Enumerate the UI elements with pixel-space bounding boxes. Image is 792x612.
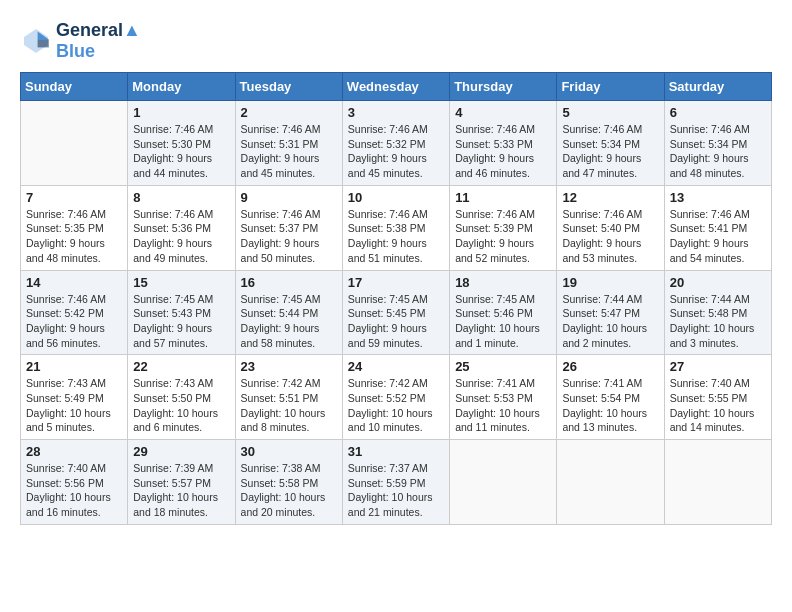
day-number: 20 xyxy=(670,275,766,290)
day-info: Sunrise: 7:43 AM Sunset: 5:50 PM Dayligh… xyxy=(133,376,229,435)
day-info: Sunrise: 7:46 AM Sunset: 5:31 PM Dayligh… xyxy=(241,122,337,181)
day-info: Sunrise: 7:41 AM Sunset: 5:53 PM Dayligh… xyxy=(455,376,551,435)
day-number: 12 xyxy=(562,190,658,205)
day-info: Sunrise: 7:46 AM Sunset: 5:38 PM Dayligh… xyxy=(348,207,444,266)
calendar-cell: 30Sunrise: 7:38 AM Sunset: 5:58 PM Dayli… xyxy=(235,440,342,525)
day-info: Sunrise: 7:45 AM Sunset: 5:43 PM Dayligh… xyxy=(133,292,229,351)
day-number: 19 xyxy=(562,275,658,290)
calendar-cell: 13Sunrise: 7:46 AM Sunset: 5:41 PM Dayli… xyxy=(664,185,771,270)
calendar-cell: 1Sunrise: 7:46 AM Sunset: 5:30 PM Daylig… xyxy=(128,101,235,186)
day-info: Sunrise: 7:42 AM Sunset: 5:51 PM Dayligh… xyxy=(241,376,337,435)
day-number: 5 xyxy=(562,105,658,120)
day-info: Sunrise: 7:46 AM Sunset: 5:41 PM Dayligh… xyxy=(670,207,766,266)
calendar-week-row: 7Sunrise: 7:46 AM Sunset: 5:35 PM Daylig… xyxy=(21,185,772,270)
day-number: 25 xyxy=(455,359,551,374)
calendar-cell: 25Sunrise: 7:41 AM Sunset: 5:53 PM Dayli… xyxy=(450,355,557,440)
day-number: 3 xyxy=(348,105,444,120)
day-number: 23 xyxy=(241,359,337,374)
calendar-cell: 10Sunrise: 7:46 AM Sunset: 5:38 PM Dayli… xyxy=(342,185,449,270)
calendar-cell: 22Sunrise: 7:43 AM Sunset: 5:50 PM Dayli… xyxy=(128,355,235,440)
day-info: Sunrise: 7:39 AM Sunset: 5:57 PM Dayligh… xyxy=(133,461,229,520)
day-info: Sunrise: 7:44 AM Sunset: 5:48 PM Dayligh… xyxy=(670,292,766,351)
day-number: 30 xyxy=(241,444,337,459)
day-number: 28 xyxy=(26,444,122,459)
calendar-week-row: 1Sunrise: 7:46 AM Sunset: 5:30 PM Daylig… xyxy=(21,101,772,186)
day-info: Sunrise: 7:45 AM Sunset: 5:46 PM Dayligh… xyxy=(455,292,551,351)
calendar-cell: 17Sunrise: 7:45 AM Sunset: 5:45 PM Dayli… xyxy=(342,270,449,355)
weekday-header-wednesday: Wednesday xyxy=(342,73,449,101)
day-number: 29 xyxy=(133,444,229,459)
calendar-cell: 3Sunrise: 7:46 AM Sunset: 5:32 PM Daylig… xyxy=(342,101,449,186)
calendar-cell: 27Sunrise: 7:40 AM Sunset: 5:55 PM Dayli… xyxy=(664,355,771,440)
day-info: Sunrise: 7:46 AM Sunset: 5:34 PM Dayligh… xyxy=(562,122,658,181)
day-number: 8 xyxy=(133,190,229,205)
day-info: Sunrise: 7:46 AM Sunset: 5:37 PM Dayligh… xyxy=(241,207,337,266)
day-number: 6 xyxy=(670,105,766,120)
calendar-cell: 16Sunrise: 7:45 AM Sunset: 5:44 PM Dayli… xyxy=(235,270,342,355)
calendar-cell: 12Sunrise: 7:46 AM Sunset: 5:40 PM Dayli… xyxy=(557,185,664,270)
calendar-cell: 11Sunrise: 7:46 AM Sunset: 5:39 PM Dayli… xyxy=(450,185,557,270)
weekday-header-sunday: Sunday xyxy=(21,73,128,101)
calendar-cell: 6Sunrise: 7:46 AM Sunset: 5:34 PM Daylig… xyxy=(664,101,771,186)
calendar-cell xyxy=(664,440,771,525)
calendar-cell xyxy=(557,440,664,525)
calendar-cell: 8Sunrise: 7:46 AM Sunset: 5:36 PM Daylig… xyxy=(128,185,235,270)
day-info: Sunrise: 7:37 AM Sunset: 5:59 PM Dayligh… xyxy=(348,461,444,520)
day-info: Sunrise: 7:40 AM Sunset: 5:56 PM Dayligh… xyxy=(26,461,122,520)
day-info: Sunrise: 7:40 AM Sunset: 5:55 PM Dayligh… xyxy=(670,376,766,435)
day-info: Sunrise: 7:38 AM Sunset: 5:58 PM Dayligh… xyxy=(241,461,337,520)
calendar-week-row: 14Sunrise: 7:46 AM Sunset: 5:42 PM Dayli… xyxy=(21,270,772,355)
day-number: 24 xyxy=(348,359,444,374)
calendar-cell: 28Sunrise: 7:40 AM Sunset: 5:56 PM Dayli… xyxy=(21,440,128,525)
calendar-cell xyxy=(21,101,128,186)
day-number: 2 xyxy=(241,105,337,120)
page-header: General▲ Blue xyxy=(20,20,772,62)
day-number: 1 xyxy=(133,105,229,120)
day-number: 14 xyxy=(26,275,122,290)
day-number: 10 xyxy=(348,190,444,205)
calendar-cell: 23Sunrise: 7:42 AM Sunset: 5:51 PM Dayli… xyxy=(235,355,342,440)
day-info: Sunrise: 7:46 AM Sunset: 5:30 PM Dayligh… xyxy=(133,122,229,181)
calendar-cell: 18Sunrise: 7:45 AM Sunset: 5:46 PM Dayli… xyxy=(450,270,557,355)
day-number: 15 xyxy=(133,275,229,290)
calendar-cell: 4Sunrise: 7:46 AM Sunset: 5:33 PM Daylig… xyxy=(450,101,557,186)
weekday-header-friday: Friday xyxy=(557,73,664,101)
calendar-cell: 14Sunrise: 7:46 AM Sunset: 5:42 PM Dayli… xyxy=(21,270,128,355)
day-number: 4 xyxy=(455,105,551,120)
day-number: 18 xyxy=(455,275,551,290)
day-number: 21 xyxy=(26,359,122,374)
logo-icon xyxy=(20,25,52,57)
calendar-cell xyxy=(450,440,557,525)
calendar-body: 1Sunrise: 7:46 AM Sunset: 5:30 PM Daylig… xyxy=(21,101,772,525)
logo: General▲ Blue xyxy=(20,20,141,62)
day-number: 26 xyxy=(562,359,658,374)
day-number: 9 xyxy=(241,190,337,205)
day-number: 22 xyxy=(133,359,229,374)
day-info: Sunrise: 7:45 AM Sunset: 5:44 PM Dayligh… xyxy=(241,292,337,351)
day-info: Sunrise: 7:43 AM Sunset: 5:49 PM Dayligh… xyxy=(26,376,122,435)
calendar-cell: 19Sunrise: 7:44 AM Sunset: 5:47 PM Dayli… xyxy=(557,270,664,355)
day-info: Sunrise: 7:46 AM Sunset: 5:32 PM Dayligh… xyxy=(348,122,444,181)
calendar-cell: 20Sunrise: 7:44 AM Sunset: 5:48 PM Dayli… xyxy=(664,270,771,355)
calendar-cell: 7Sunrise: 7:46 AM Sunset: 5:35 PM Daylig… xyxy=(21,185,128,270)
svg-marker-3 xyxy=(38,39,49,47)
calendar-table: SundayMondayTuesdayWednesdayThursdayFrid… xyxy=(20,72,772,525)
day-info: Sunrise: 7:45 AM Sunset: 5:45 PM Dayligh… xyxy=(348,292,444,351)
day-info: Sunrise: 7:46 AM Sunset: 5:35 PM Dayligh… xyxy=(26,207,122,266)
logo-text: General▲ Blue xyxy=(56,20,141,62)
calendar-cell: 26Sunrise: 7:41 AM Sunset: 5:54 PM Dayli… xyxy=(557,355,664,440)
calendar-cell: 15Sunrise: 7:45 AM Sunset: 5:43 PM Dayli… xyxy=(128,270,235,355)
day-number: 13 xyxy=(670,190,766,205)
weekday-header-thursday: Thursday xyxy=(450,73,557,101)
day-info: Sunrise: 7:42 AM Sunset: 5:52 PM Dayligh… xyxy=(348,376,444,435)
calendar-cell: 29Sunrise: 7:39 AM Sunset: 5:57 PM Dayli… xyxy=(128,440,235,525)
day-info: Sunrise: 7:46 AM Sunset: 5:33 PM Dayligh… xyxy=(455,122,551,181)
calendar-cell: 2Sunrise: 7:46 AM Sunset: 5:31 PM Daylig… xyxy=(235,101,342,186)
day-number: 11 xyxy=(455,190,551,205)
day-info: Sunrise: 7:44 AM Sunset: 5:47 PM Dayligh… xyxy=(562,292,658,351)
calendar-cell: 24Sunrise: 7:42 AM Sunset: 5:52 PM Dayli… xyxy=(342,355,449,440)
weekday-header-tuesday: Tuesday xyxy=(235,73,342,101)
day-info: Sunrise: 7:41 AM Sunset: 5:54 PM Dayligh… xyxy=(562,376,658,435)
calendar-cell: 9Sunrise: 7:46 AM Sunset: 5:37 PM Daylig… xyxy=(235,185,342,270)
calendar-week-row: 21Sunrise: 7:43 AM Sunset: 5:49 PM Dayli… xyxy=(21,355,772,440)
